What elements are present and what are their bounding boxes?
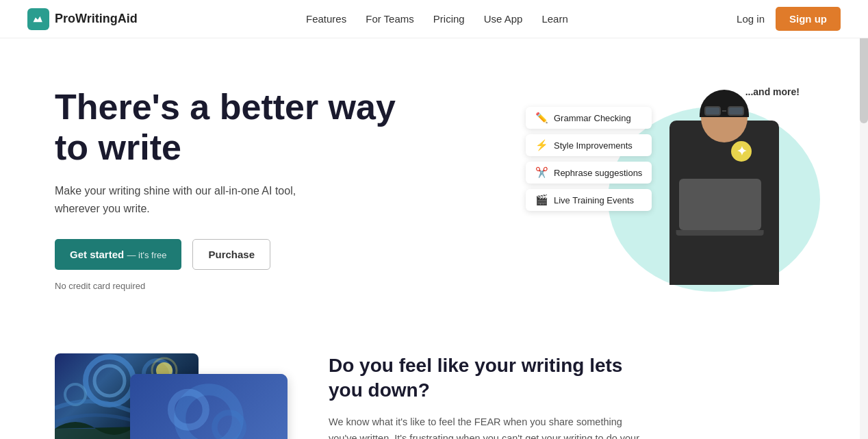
purchase-button[interactable]: Purchase [192, 239, 270, 270]
pill-rephrase-label: Rephrase suggestions [554, 168, 642, 178]
hero-title: There's a better way to write [55, 87, 411, 169]
logo-svg [31, 12, 45, 26]
hero-illustration: ...and more! ✦ ✏️ Grammar Che [526, 79, 813, 299]
get-started-suffix: — it's free [127, 250, 166, 260]
no-credit-card-text: No credit card required [55, 281, 411, 291]
nav-learn[interactable]: Learn [541, 13, 567, 25]
person-illustration [656, 86, 793, 285]
nav-actions: Log in Sign up [737, 7, 841, 31]
section-question: Do you feel like your writing lets you d… [329, 353, 643, 403]
style-icon: ⚡ [535, 139, 548, 151]
plus-badge: ✦ [731, 141, 752, 162]
hero-subtitle: Make your writing shine with our all-in-… [55, 182, 342, 217]
pill-style: ⚡ Style Improvements [526, 134, 652, 156]
nav-use-app[interactable]: Use App [484, 13, 523, 25]
overlay-card [130, 374, 288, 439]
get-started-button[interactable]: Get started — it's free [55, 239, 181, 270]
section-writing-letdown: My idea in my head Do you feel like your… [0, 326, 868, 439]
signup-button[interactable]: Sign up [776, 7, 841, 31]
pill-grammar: ✏️ Grammar Checking [526, 107, 652, 129]
pill-training-label: Live Training Events [554, 195, 634, 205]
hero-buttons: Get started — it's free Purchase [55, 239, 411, 270]
section-left-images: My idea in my head [55, 353, 288, 439]
training-icon: 🎬 [535, 194, 548, 206]
logo-text: ProWritingAid [55, 12, 138, 26]
nav-for-teams[interactable]: For Teams [366, 13, 414, 25]
pill-training: 🎬 Live Training Events [526, 189, 652, 211]
pill-grammar-label: Grammar Checking [554, 113, 631, 123]
pill-style-label: Style Improvements [554, 140, 633, 151]
hero-section: There's a better way to write Make your … [0, 38, 868, 326]
svg-point-1 [94, 366, 125, 396]
section-body: We know what it's like to feel the FEAR … [329, 414, 643, 439]
nav-links: Features For Teams Pricing Use App Learn [306, 13, 568, 25]
section-right-text: Do you feel like your writing lets you d… [329, 353, 643, 439]
feature-pills: ✏️ Grammar Checking ⚡ Style Improvements… [526, 107, 652, 211]
grammar-icon: ✏️ [535, 112, 548, 124]
logo-icon [27, 8, 49, 30]
hero-left: There's a better way to write Make your … [55, 87, 411, 292]
login-link[interactable]: Log in [737, 13, 765, 25]
rephrase-icon: ✂️ [535, 166, 548, 179]
pill-rephrase: ✂️ Rephrase suggestions [526, 162, 652, 184]
overlay-card-inner [130, 374, 288, 439]
get-started-label: Get started [70, 249, 124, 260]
logo-link[interactable]: ProWritingAid [27, 8, 138, 30]
scrollbar-track[interactable] [860, 0, 868, 439]
nav-features[interactable]: Features [306, 13, 346, 25]
nav-pricing[interactable]: Pricing [433, 13, 465, 25]
overlay-art-svg [137, 381, 281, 439]
navbar: ProWritingAid Features For Teams Pricing… [0, 0, 868, 38]
